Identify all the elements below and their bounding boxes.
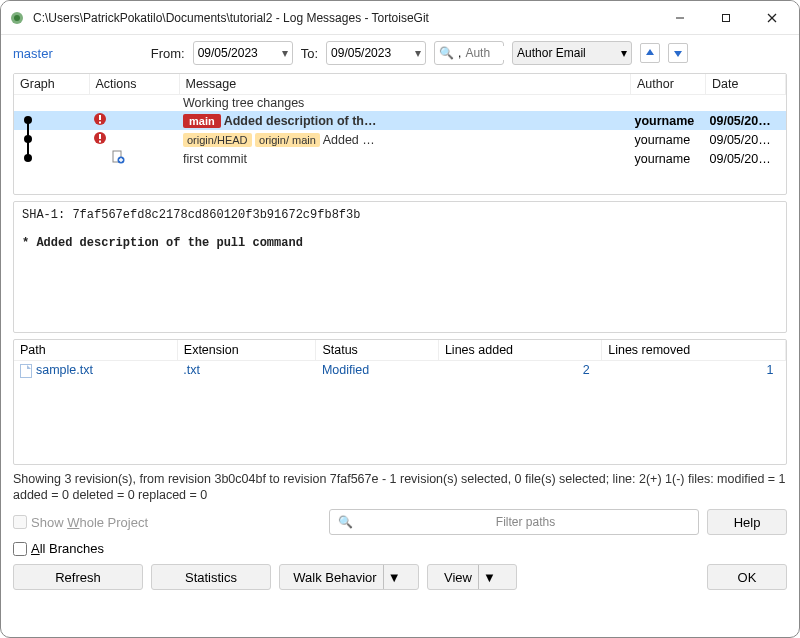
from-date-combo[interactable]: 09/05/2023 ▾ <box>193 41 293 65</box>
from-label: From: <box>151 46 185 61</box>
log-author: yourname <box>631 111 706 130</box>
commit-detail-panel[interactable]: SHA-1: 7faf567efd8c2178cd860120f3b91672c… <box>13 201 787 333</box>
svg-point-1 <box>14 15 20 21</box>
author-combo[interactable]: Author Email ▾ <box>512 41 632 65</box>
log-row[interactable]: main Added description of th… yourname 0… <box>14 111 786 130</box>
ok-button[interactable]: OK <box>707 564 787 590</box>
svg-rect-11 <box>99 141 101 143</box>
log-row[interactable]: first commit yourname 09/05/20… <box>14 149 786 168</box>
file-added: 2 <box>438 361 601 380</box>
file-removed: 1 <box>602 361 786 380</box>
all-branches-checkbox[interactable]: All Branches <box>13 541 104 556</box>
help-button[interactable]: Help <box>707 509 787 535</box>
file-list-table[interactable]: Path Extension Status Lines added Lines … <box>14 340 786 380</box>
log-row[interactable]: origin/HEAD origin/ main Added … yournam… <box>14 130 786 149</box>
log-message: first commit <box>179 149 631 168</box>
file-status: Modified <box>316 361 438 380</box>
from-date-value: 09/05/2023 <box>198 46 258 60</box>
refresh-button[interactable]: Refresh <box>13 564 143 590</box>
minimize-button[interactable] <box>657 2 703 34</box>
svg-rect-3 <box>723 14 730 21</box>
files-header-path[interactable]: Path <box>14 340 177 361</box>
chevron-down-icon[interactable]: ▼ <box>478 565 500 589</box>
file-ext: .txt <box>177 361 316 380</box>
log-author: yourname <box>631 130 706 149</box>
to-date-combo[interactable]: 09/05/2023 ▾ <box>326 41 426 65</box>
files-header-status[interactable]: Status <box>316 340 438 361</box>
branch-tag-main: main <box>183 114 221 128</box>
toolbar: master From: 09/05/2023 ▾ To: 09/05/2023… <box>1 35 799 71</box>
app-icon <box>9 10 25 26</box>
branch-link[interactable]: master <box>13 46 143 61</box>
log-row[interactable]: Working tree changes <box>14 95 786 112</box>
log-header-row: Graph Actions Message Author Date <box>14 74 786 95</box>
statistics-button[interactable]: Statistics <box>151 564 271 590</box>
log-message: main Added description of th… <box>179 111 631 130</box>
add-file-icon <box>111 150 125 164</box>
file-list-panel: Path Extension Status Lines added Lines … <box>13 339 787 465</box>
to-date-value: 09/05/2023 <box>331 46 391 60</box>
scroll-down-button[interactable] <box>668 43 688 63</box>
branch-tag-origin: origin/HEAD <box>183 133 252 147</box>
svg-rect-10 <box>99 134 101 139</box>
warning-icon <box>93 131 107 145</box>
detail-subject: * Added description of the pull command <box>22 236 303 250</box>
log-date: 09/05/20… <box>706 130 786 149</box>
file-icon <box>20 364 32 378</box>
log-date: 09/05/20… <box>706 149 786 168</box>
search-box[interactable]: 🔍, <box>434 41 504 65</box>
titlebar: C:\Users\PatrickPokatilo\Documents\tutor… <box>1 1 799 35</box>
view-button[interactable]: View ▼ <box>427 564 517 590</box>
chevron-down-icon: ▾ <box>282 46 288 60</box>
files-header-added[interactable]: Lines added <box>438 340 601 361</box>
log-header-message[interactable]: Message <box>179 74 631 95</box>
file-path: sample.txt <box>36 363 93 377</box>
close-button[interactable] <box>749 2 795 34</box>
file-row[interactable]: sample.txt .txt Modified 2 1 <box>14 361 786 380</box>
log-header-actions[interactable]: Actions <box>89 74 179 95</box>
files-header-ext[interactable]: Extension <box>177 340 316 361</box>
search-icon: 🔍 <box>439 46 454 60</box>
window-title: C:\Users\PatrickPokatilo\Documents\tutor… <box>33 11 657 25</box>
branch-tag-origin: origin/ main <box>255 133 320 147</box>
walk-behavior-button[interactable]: Walk Behavior ▼ <box>279 564 419 590</box>
log-table-panel: Graph Actions Message Author Date Workin… <box>13 73 787 195</box>
search-input[interactable] <box>465 46 505 60</box>
svg-rect-8 <box>99 122 101 124</box>
svg-rect-7 <box>99 115 101 120</box>
chevron-down-icon: ▾ <box>621 46 627 60</box>
log-date: 09/05/20… <box>706 111 786 130</box>
files-header-removed[interactable]: Lines removed <box>602 340 786 361</box>
maximize-button[interactable] <box>703 2 749 34</box>
log-author: yourname <box>631 149 706 168</box>
log-table[interactable]: Graph Actions Message Author Date Workin… <box>14 74 786 168</box>
chevron-down-icon: ▾ <box>415 46 421 60</box>
to-label: To: <box>301 46 318 61</box>
show-whole-project-checkbox[interactable]: Show Whole Project <box>13 515 148 530</box>
log-header-date[interactable]: Date <box>706 74 786 95</box>
log-header-graph[interactable]: Graph <box>14 74 89 95</box>
filter-paths-input[interactable]: 🔍 Filter paths <box>329 509 699 535</box>
chevron-down-icon[interactable]: ▼ <box>383 565 405 589</box>
author-combo-value: Author Email <box>517 46 586 60</box>
bottom-panel: Show Whole Project 🔍 Filter paths Help A… <box>1 503 799 600</box>
detail-sha: SHA-1: 7faf567efd8c2178cd860120f3b91672c… <box>22 208 360 222</box>
scroll-up-button[interactable] <box>640 43 660 63</box>
log-message: Working tree changes <box>179 95 631 112</box>
search-icon: 🔍 <box>338 515 353 529</box>
filter-placeholder: Filter paths <box>361 515 690 529</box>
log-message: origin/HEAD origin/ main Added … <box>179 130 631 149</box>
status-line: Showing 3 revision(s), from revision 3b0… <box>13 471 787 503</box>
log-header-author[interactable]: Author <box>631 74 706 95</box>
warning-icon <box>93 112 107 126</box>
